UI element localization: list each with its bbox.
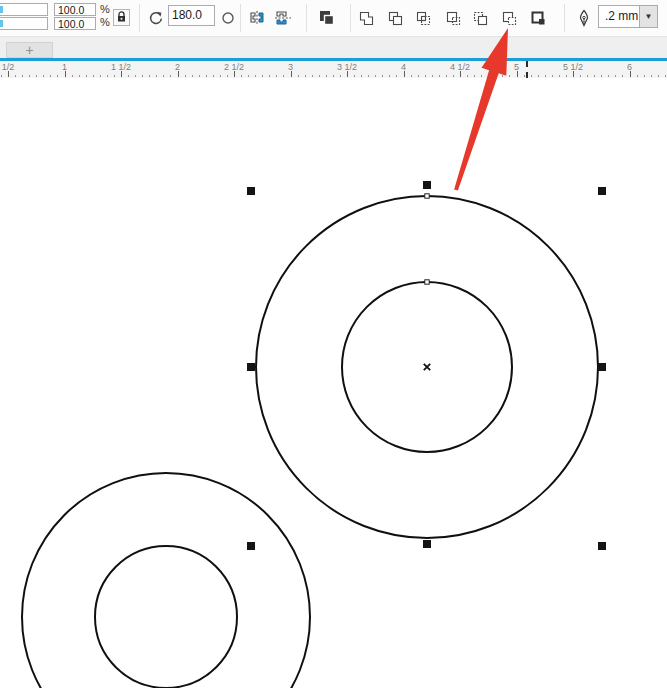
ruler-tick [531, 75, 532, 78]
drawing-canvas[interactable] [0, 78, 667, 688]
ruler-tick [128, 75, 129, 78]
curve-node[interactable] [425, 280, 429, 284]
ruler-tick [340, 75, 341, 78]
back-minus-front-icon [500, 9, 519, 28]
ruler-tick [481, 75, 482, 78]
ruler-tick [142, 75, 143, 78]
ruler-tick [192, 75, 193, 78]
ruler-tick [135, 75, 136, 78]
ruler-tick [262, 75, 263, 78]
object-width-field[interactable] [0, 3, 48, 16]
ruler-tick [354, 75, 355, 78]
inner-circle[interactable] [95, 546, 237, 688]
outline-width-dropdown-button[interactable]: ▼ [639, 5, 658, 28]
ruler-tick [227, 75, 228, 78]
trim-button[interactable] [383, 6, 407, 30]
lock-ratio-button[interactable] [113, 9, 130, 26]
ruler-tick [517, 71, 518, 77]
outline-pen-button[interactable] [572, 6, 596, 30]
mirror-vertical-button[interactable] [271, 6, 295, 30]
ruler-tick [255, 75, 256, 78]
front-minus-back-icon [471, 9, 490, 28]
rotate-icon [147, 9, 165, 27]
ruler-tick [453, 75, 454, 78]
scale-x-field[interactable]: 100.0 [54, 3, 96, 16]
ruler-tick [651, 75, 652, 78]
ruler-tick [1, 75, 2, 78]
simplify-button[interactable] [441, 6, 465, 30]
scale-y-unit-label: % [100, 16, 110, 28]
ruler-tick [79, 75, 80, 78]
ruler-tick [587, 75, 588, 78]
mirror-horizontal-button[interactable] [245, 6, 269, 30]
outline-width-field[interactable]: .2 mm [598, 5, 640, 28]
ruler-tick [248, 75, 249, 78]
ruler-tick [566, 75, 567, 78]
ruler-tick [601, 75, 602, 78]
ruler-tick [220, 75, 221, 78]
toolbar-separator [306, 4, 307, 32]
canvas-svg [0, 78, 667, 688]
ruler-tick [375, 75, 376, 78]
selection-handle[interactable] [423, 181, 431, 189]
ruler-tick [312, 75, 313, 78]
ruler-tick [665, 75, 666, 78]
ruler-tick [608, 75, 609, 78]
rotation-angle-button [144, 6, 168, 30]
front-minus-back-button[interactable] [468, 6, 492, 30]
ruler-tick [418, 75, 419, 78]
page-tab-bar: + [0, 36, 667, 59]
ellipse-indicator-button[interactable] [216, 6, 240, 30]
curve-node[interactable] [425, 194, 429, 198]
toolbar-separator [564, 4, 565, 32]
ruler-tick [389, 75, 390, 78]
ruler-tick [658, 75, 659, 78]
selection-handle[interactable] [598, 363, 606, 371]
selection-center-marker[interactable] [424, 364, 430, 370]
ruler-tick [156, 75, 157, 78]
object-height-field[interactable] [0, 17, 48, 30]
ruler-tick [382, 75, 383, 78]
ruler-tick [114, 75, 115, 78]
ruler-tick [509, 75, 510, 78]
ruler-tick [538, 75, 539, 78]
ruler-tick [305, 75, 306, 78]
selection-handle[interactable] [247, 363, 255, 371]
ruler-tick [43, 75, 44, 78]
ruler-tick [552, 75, 553, 78]
mirror-vertical-icon [273, 9, 293, 27]
ruler-tick [396, 75, 397, 78]
create-boundary-button[interactable] [526, 6, 550, 30]
intersect-button[interactable] [411, 6, 435, 30]
ruler-tick [199, 75, 200, 78]
ruler-tick [446, 75, 447, 78]
selection-handle[interactable] [598, 542, 606, 550]
ruler-tick [107, 75, 108, 78]
ruler-tick [8, 71, 9, 77]
scale-y-field[interactable]: 100.0 [54, 17, 96, 30]
ruler-tick [170, 75, 171, 78]
ruler-tick [213, 75, 214, 78]
ruler-tick [347, 71, 348, 77]
ruler-tick [149, 75, 150, 78]
ruler-tick [425, 75, 426, 78]
selection-handle[interactable] [247, 542, 255, 550]
ruler-tick [241, 75, 242, 78]
ruler-tick [15, 75, 16, 78]
ruler-tick [163, 75, 164, 78]
ruler-tick [368, 75, 369, 78]
ruler-tick [474, 75, 475, 78]
horizontal-ruler[interactable]: 1/211 1/222 1/233 1/244 1/255 1/26 [0, 61, 667, 78]
selection-handle[interactable] [423, 540, 431, 548]
outer-circle[interactable] [22, 473, 310, 688]
selection-handle[interactable] [247, 187, 255, 195]
ruler-tick [439, 75, 440, 78]
ruler-tick [57, 75, 58, 78]
combine-button[interactable] [314, 6, 338, 30]
ruler-tick [22, 75, 23, 78]
back-minus-front-button[interactable] [497, 6, 521, 30]
selection-handle[interactable] [598, 187, 606, 195]
weld-button[interactable] [354, 6, 378, 30]
rotation-angle-field[interactable]: 180.0 [168, 5, 215, 26]
add-page-button[interactable]: + [6, 42, 53, 58]
